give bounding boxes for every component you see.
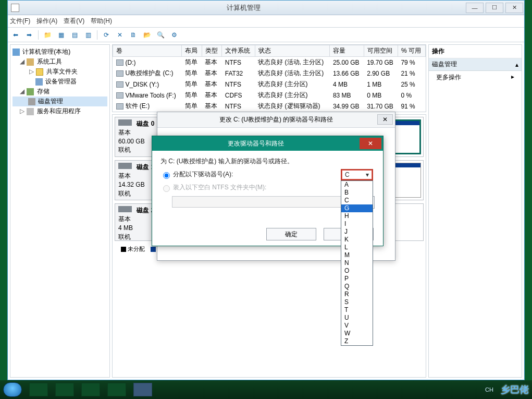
menu-action[interactable]: 操作(A) xyxy=(36,17,57,26)
start-button[interactable] xyxy=(3,382,22,397)
volume-row[interactable]: V_DISK (Y:)简单基本NTFS状态良好 (主分区)4 MB1 MB25 … xyxy=(113,79,426,90)
col-free[interactable]: 可用空间 xyxy=(364,45,398,57)
hdd-icon xyxy=(118,119,132,126)
taskbar-item[interactable] xyxy=(55,383,74,396)
col-cap[interactable]: 容量 xyxy=(330,45,364,57)
hdd-icon xyxy=(118,206,132,212)
drive-letter-combobox[interactable]: C ▾ xyxy=(341,169,373,180)
tree-system-tools[interactable]: 系统工具 xyxy=(37,58,62,65)
menu-file[interactable]: 文件(F) xyxy=(10,17,30,26)
col-status[interactable]: 状态 xyxy=(255,45,330,57)
window-title: 计算机管理 xyxy=(22,3,465,13)
tree-root[interactable]: 计算机管理(本地) xyxy=(13,47,107,57)
volume-icon xyxy=(116,59,123,66)
settings-icon[interactable]: ⚙ xyxy=(168,29,180,41)
titlebar[interactable]: 计算机管理 — ☐ ✕ xyxy=(8,1,524,15)
window-maximize[interactable]: ☐ xyxy=(486,3,503,13)
tree-device[interactable]: 设备管理器 xyxy=(45,78,77,85)
window-minimize[interactable]: — xyxy=(466,3,484,13)
twisty-icon[interactable]: ▷ xyxy=(19,107,25,115)
drive-letter-option[interactable]: G xyxy=(341,204,373,212)
disk-icon xyxy=(28,98,35,105)
actions-section[interactable]: 磁盘管理 ▴ xyxy=(429,58,522,71)
drive-letter-option[interactable]: I xyxy=(341,220,373,228)
drive-letter-option[interactable]: P xyxy=(341,275,373,283)
twisty-expanded-icon[interactable]: ◢ xyxy=(19,88,25,95)
window-close[interactable]: ✕ xyxy=(505,3,523,13)
app-icon xyxy=(11,4,19,12)
nav-back-icon[interactable]: ⬅ xyxy=(10,29,21,41)
device-icon xyxy=(35,78,43,86)
volume-list: 卷 布局 类型 文件系统 状态 容量 可用空间 % 可用 (D:)简单基本NTF… xyxy=(112,44,426,112)
properties-icon[interactable]: 🗎 xyxy=(128,29,139,41)
drive-letter-option[interactable]: U xyxy=(341,314,373,322)
search-icon[interactable]: 🔍 xyxy=(155,29,166,41)
chevron-right-icon: ▸ xyxy=(511,73,514,82)
col-pct[interactable]: % 可用 xyxy=(398,45,425,57)
drive-letter-option[interactable]: N xyxy=(341,259,373,267)
drive-letter-option[interactable]: W xyxy=(341,330,373,337)
drive-letter-option[interactable]: C xyxy=(341,197,373,204)
service-icon xyxy=(27,108,34,115)
tree-services[interactable]: 服务和应用程序 xyxy=(37,107,81,115)
drive-letter-option[interactable]: A xyxy=(341,181,373,189)
tree-storage[interactable]: 存储 xyxy=(37,88,50,95)
path-dialog-close[interactable]: ✕ xyxy=(377,114,393,125)
col-fs[interactable]: 文件系统 xyxy=(222,45,255,57)
tree-shared[interactable]: 共享文件夹 xyxy=(46,68,78,75)
drive-letter-option[interactable]: S xyxy=(341,298,373,306)
assign-letter-radio[interactable] xyxy=(163,172,170,179)
drive-letter-dropdown[interactable]: ABCGHIJKLMNOPQRSTUVWZ xyxy=(341,180,373,346)
view2-icon[interactable]: ▤ xyxy=(69,29,80,41)
shared-folder-icon xyxy=(36,68,43,76)
open-icon[interactable]: 📂 xyxy=(141,29,153,41)
taskbar-item-active[interactable] xyxy=(133,383,152,396)
refresh-icon[interactable]: ⟳ xyxy=(101,29,112,41)
col-type[interactable]: 类型 xyxy=(202,45,222,57)
change-dialog-ok[interactable]: 确定 xyxy=(266,228,316,240)
volume-row[interactable]: 软件 (E:)简单基本NTFS状态良好 (逻辑驱动器)34.99 GB31.70… xyxy=(113,101,426,112)
change-dialog-close[interactable]: ✕ xyxy=(360,138,381,149)
drive-letter-option[interactable]: O xyxy=(341,267,373,275)
volume-row[interactable]: (D:)简单基本NTFS状态良好 (活动, 主分区)25.00 GB19.70 … xyxy=(113,57,426,68)
drive-letter-option[interactable]: J xyxy=(341,228,373,236)
mount-folder-radio[interactable] xyxy=(163,185,170,192)
drive-letter-option[interactable]: R xyxy=(341,291,373,298)
menu-help[interactable]: 帮助(H) xyxy=(91,17,112,26)
drive-letter-value: C xyxy=(345,171,350,178)
nav-forward-icon[interactable]: ➡ xyxy=(23,29,35,41)
col-volume[interactable]: 卷 xyxy=(113,45,182,57)
nav-tree: 计算机管理(本地) ◢ 系统工具 ▷ 共享文件夹 设备管理器 ◢ 存储 xyxy=(10,44,110,378)
chevron-up-icon: ▴ xyxy=(515,61,518,68)
drive-letter-option[interactable]: T xyxy=(341,306,373,314)
twisty-collapsed-icon[interactable]: ◢ xyxy=(19,58,25,65)
ime-indicator[interactable]: CH xyxy=(485,386,493,393)
taskbar-item[interactable] xyxy=(107,383,126,396)
view-icon[interactable]: ▦ xyxy=(55,29,67,41)
taskbar-item[interactable] xyxy=(81,383,100,396)
col-layout[interactable]: 布局 xyxy=(182,45,202,57)
drive-letter-option[interactable]: Z xyxy=(341,337,373,345)
drive-letter-option[interactable]: L xyxy=(341,244,373,251)
change-dialog-intro: 为 C: (U教授维护盘) 输入新的驱动器号或路径。 xyxy=(160,157,375,166)
chevron-down-icon: ▾ xyxy=(364,171,371,178)
drive-letter-option[interactable]: M xyxy=(341,251,373,259)
drive-letter-option[interactable]: Q xyxy=(341,283,373,291)
volume-row[interactable]: U教授维护盘 (C:)简单基本FAT32状态良好 (活动, 主分区)13.66 … xyxy=(113,68,426,79)
folder-icon[interactable]: 📁 xyxy=(42,29,53,41)
twisty-icon[interactable]: ▷ xyxy=(28,68,34,75)
taskbar-item[interactable] xyxy=(29,383,48,396)
tree-disk-mgmt[interactable]: 磁盘管理 xyxy=(38,98,63,105)
actions-more[interactable]: 更多操作 ▸ xyxy=(429,71,522,84)
menu-view[interactable]: 查看(V) xyxy=(64,17,84,26)
hdd-icon xyxy=(118,163,132,169)
taskbar[interactable]: CH 乡巴佬 xyxy=(0,380,532,399)
menubar: 文件(F) 操作(A) 查看(V) 帮助(H) xyxy=(8,15,524,28)
delete-icon[interactable]: ✕ xyxy=(114,29,126,41)
view3-icon[interactable]: ▥ xyxy=(82,29,94,41)
drive-letter-option[interactable]: K xyxy=(341,236,373,244)
drive-letter-option[interactable]: H xyxy=(341,212,373,220)
drive-letter-option[interactable]: V xyxy=(341,322,373,330)
volume-row[interactable]: VMware Tools (F:)简单基本CDFS状态良好 (主分区)83 MB… xyxy=(113,90,426,101)
drive-letter-option[interactable]: B xyxy=(341,189,373,197)
